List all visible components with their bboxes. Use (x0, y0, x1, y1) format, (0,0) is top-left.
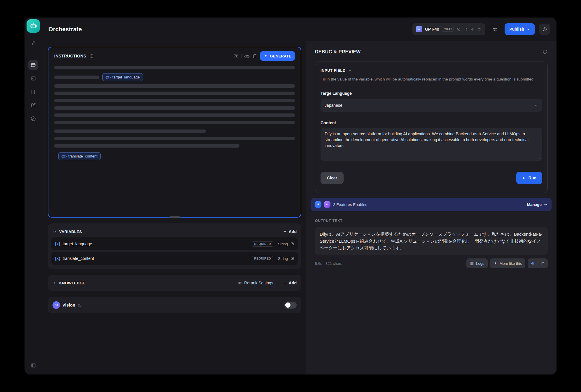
variable-glyph: {x} (106, 75, 111, 79)
collapse-sidebar-button[interactable] (28, 360, 38, 370)
sparkle-icon (264, 54, 268, 58)
rerank-settings-button[interactable]: Rerank Settings (238, 281, 273, 285)
variable-row-translate-content[interactable]: {x} translate_content REQUIRED String (51, 252, 298, 265)
resize-handle[interactable] (169, 216, 180, 218)
debug-preview-panel: DEBUG & PREVIEW INPUT FIELD (306, 41, 556, 374)
features-status: 2 Features Enabled (333, 202, 368, 207)
skeleton-line (54, 121, 295, 124)
more-like-this-button[interactable]: More like this (490, 258, 525, 268)
sidebar (24, 18, 42, 374)
sidebar-nav (28, 60, 38, 124)
sidebar-item-terminal[interactable] (28, 74, 38, 83)
rerank-icon (238, 281, 242, 285)
sidebar-item-explore[interactable] (28, 114, 38, 124)
help-icon[interactable] (89, 54, 94, 58)
model-provider-icon (416, 26, 422, 32)
capability-video-icon (477, 27, 482, 32)
sidebar-item-tune[interactable] (28, 38, 38, 48)
app-window: Orchestrate GPT-4o CHAT (24, 18, 556, 374)
knowledge-section: KNOWLEDGE Rerank Settings (48, 275, 301, 291)
clear-label: Clear (327, 176, 337, 180)
variable-chip-translate-content[interactable]: {x} translate_content (58, 152, 101, 160)
language-field-label: Targe Language (321, 91, 542, 96)
rerank-label: Rerank Settings (244, 281, 273, 285)
version-history-button[interactable] (539, 24, 550, 35)
sidebar-item-annotation[interactable] (28, 100, 38, 110)
speaker-button[interactable] (528, 258, 538, 268)
variable-glyph: {x} (55, 256, 60, 261)
variable-name: translate_content (63, 256, 94, 261)
compass-icon (30, 116, 36, 122)
list-icon (470, 261, 474, 265)
content: INSTRUCTIONS 78 {x} (42, 41, 556, 374)
chevron-down-icon (534, 103, 538, 107)
terminal-icon (30, 76, 36, 81)
insert-variable-button[interactable]: {x} (244, 54, 249, 58)
variable-type-switch[interactable]: String (278, 242, 294, 246)
add-variable-button[interactable]: Add (283, 229, 297, 234)
publish-button[interactable]: Publish (505, 23, 535, 35)
variable-chip-target-language[interactable]: {x} target_language (102, 73, 143, 81)
model-selector[interactable]: GPT-4o CHAT (412, 23, 485, 35)
resize-corner-icon[interactable] (537, 156, 541, 160)
skeleton-line (54, 92, 295, 95)
help-icon[interactable] (78, 303, 82, 307)
variable-row-target-language[interactable]: {x} target_language REQUIRED String (51, 237, 298, 250)
history-icon (542, 27, 547, 32)
sliders-icon (30, 40, 36, 46)
document-icon (30, 89, 36, 95)
variables-header[interactable]: VARIABLES Add (51, 226, 298, 237)
generate-button[interactable]: GENERATE (260, 51, 295, 61)
divider (241, 54, 242, 58)
toggle-knob (285, 302, 290, 308)
copy-prompt-button[interactable] (252, 54, 257, 59)
output-tools (528, 258, 548, 268)
run-button[interactable]: Run (516, 172, 542, 184)
vision-toggle[interactable] (284, 302, 297, 309)
skeleton-row: {x} target_language (54, 73, 295, 81)
manage-features-button[interactable]: Manage (527, 202, 548, 207)
instructions-header: INSTRUCTIONS 78 {x} (54, 51, 295, 61)
chevron-down-icon (348, 69, 352, 73)
skeleton-line (54, 84, 295, 88)
vision-eye-icon (52, 301, 60, 309)
output-card: Difyは、AIアプリケーションを構築するためのオープンソースプラットフォームで… (315, 227, 548, 255)
knowledge-header[interactable]: KNOWLEDGE Rerank Settings (51, 277, 298, 289)
copy-output-button[interactable] (538, 258, 548, 268)
capability-document-icon (463, 27, 468, 32)
variable-type-label: String (278, 256, 288, 261)
sidebar-item-logs[interactable] (28, 87, 38, 97)
add-knowledge-button[interactable]: Add (283, 281, 297, 285)
feature-tts-icon (324, 201, 330, 208)
instructions-title: INSTRUCTIONS (54, 54, 86, 58)
add-label: Add (289, 229, 297, 234)
plus-icon (283, 281, 287, 285)
language-select[interactable]: Japanese (321, 99, 542, 112)
variable-type-switch[interactable]: String (278, 256, 294, 261)
vision-row: Vision (51, 299, 298, 311)
content-textarea-value: Dify is an open-source platform for buil… (325, 132, 528, 148)
features-bar: 2 Features Enabled Manage (311, 198, 552, 211)
content-textarea[interactable]: Dify is an open-source platform for buil… (321, 128, 542, 161)
app-config-button[interactable] (489, 24, 501, 35)
restart-icon[interactable] (542, 49, 548, 55)
logs-button[interactable]: Logs (466, 258, 488, 268)
page-title: Orchestrate (48, 26, 82, 33)
output-text: Difyは、AIアプリケーションを構築するためのオープンソースプラットフォームで… (320, 232, 542, 250)
skeleton-line (54, 66, 295, 69)
vision-title: Vision (62, 303, 75, 307)
publish-label: Publish (509, 27, 524, 32)
input-field-header[interactable]: INPUT FIELD (321, 68, 542, 73)
prompt-editor[interactable]: {x} target_language (54, 66, 295, 160)
clear-button[interactable]: Clear (321, 172, 344, 184)
sidebar-item-orchestrate[interactable] (28, 60, 38, 70)
feature-more-like-this-icon (315, 201, 321, 208)
app-window-icon (30, 62, 36, 68)
sparkle-icon (494, 262, 497, 265)
skeleton-line (54, 99, 295, 102)
app-logo[interactable] (27, 19, 40, 33)
variables-title: VARIABLES (59, 230, 82, 234)
input-field-description: Fill in the value of the variable, which… (321, 76, 542, 82)
prompt-char-count: 78 (234, 54, 238, 58)
manage-label: Manage (527, 202, 542, 207)
